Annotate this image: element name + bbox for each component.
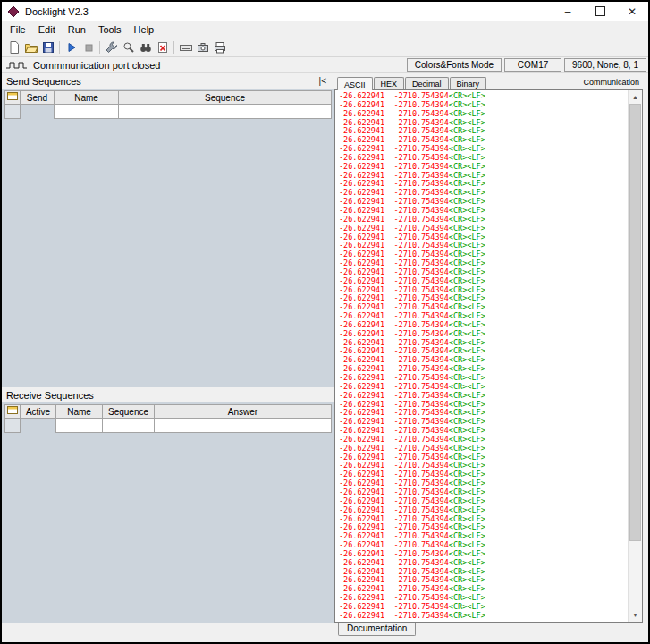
tab-decimal[interactable]: Decimal — [405, 77, 449, 89]
toolbar-separator — [173, 41, 174, 54]
send-table-corner — [5, 91, 21, 105]
send-button-cell — [21, 105, 55, 119]
tab-binary[interactable]: Binary — [450, 77, 487, 89]
maximize-icon — [595, 6, 605, 16]
project-settings-button[interactable] — [103, 39, 120, 55]
printer-icon — [213, 40, 227, 55]
keyboard-icon — [179, 40, 193, 55]
start-communication-button[interactable] — [63, 39, 80, 55]
camera-icon — [196, 40, 210, 55]
receive-sequences-panel: Active Name Sequence Answer — [2, 402, 334, 623]
answer-column-header[interactable]: Answer — [155, 405, 332, 419]
minimize-button[interactable]: – — [552, 2, 584, 21]
colors-fonts-mode-button[interactable]: Colors&Fonts Mode — [407, 58, 502, 72]
communication-snapshot-button[interactable] — [194, 39, 211, 55]
send-column-header[interactable]: Send — [21, 91, 55, 105]
window-title: Docklight V2.3 — [25, 6, 89, 17]
receive-sequence-column-header[interactable]: Sequence — [103, 405, 155, 419]
save-project-button[interactable] — [39, 39, 56, 55]
answer-cell[interactable] — [155, 419, 332, 433]
sequence-column-header[interactable]: Sequence — [119, 91, 332, 105]
send-sequences-title: Send Sequences — [6, 76, 81, 87]
active-checkbox-cell — [21, 419, 56, 433]
menu-run[interactable]: Run — [62, 22, 92, 37]
menu-tools[interactable]: Tools — [92, 22, 128, 37]
active-column-header[interactable]: Active — [21, 405, 56, 419]
receive-sequences-header: Receive Sequences — [2, 387, 334, 402]
scroll-up-icon[interactable]: ▲ — [629, 90, 642, 104]
terminal-line: -26.622941 -2710.754394<CR><LF> — [339, 612, 628, 621]
find-sequence-button[interactable] — [137, 39, 154, 55]
toolbar-separator — [99, 41, 100, 54]
binoculars-icon — [139, 40, 153, 55]
send-sequences-header: Send Sequences |< — [2, 73, 334, 89]
communication-output[interactable]: -26.622941 -2710.754394<CR><LF>-26.62294… — [335, 90, 628, 622]
tab-ascii[interactable]: ASCII — [337, 77, 373, 90]
new-project-button[interactable] — [5, 39, 22, 55]
play-icon — [64, 40, 79, 55]
collapse-panel-button[interactable]: |< — [316, 76, 330, 86]
menu-file[interactable]: File — [4, 22, 32, 37]
clear-communication-button[interactable] — [154, 39, 171, 55]
communication-panel-label: Communication — [583, 78, 639, 87]
receive-sequences-table: Active Name Sequence Answer — [4, 404, 332, 433]
maximize-button[interactable] — [584, 2, 616, 21]
status-message: Commmunication port closed — [33, 60, 160, 71]
com-settings-indicator[interactable]: 9600, None, 8, 1 — [564, 58, 646, 72]
open-folder-icon — [24, 40, 38, 55]
row-handle[interactable] — [5, 105, 21, 119]
close-icon: ✕ — [628, 5, 637, 18]
sequence-list-icon — [7, 92, 18, 101]
close-button[interactable]: ✕ — [616, 2, 648, 21]
row-handle[interactable] — [5, 419, 21, 433]
send-table-header-row: Send Name Sequence — [5, 91, 332, 105]
title-bar: Docklight V2.3 – ✕ — [2, 2, 648, 21]
communication-column: ASCII HEX Decimal Binary Communication -… — [334, 73, 648, 623]
receive-table-header-row: Active Name Sequence Answer — [5, 405, 332, 419]
open-project-button[interactable] — [22, 39, 39, 55]
toolbar — [2, 38, 648, 57]
scrollbar-thumb[interactable] — [629, 104, 641, 541]
receive-name-cell[interactable] — [56, 419, 103, 433]
stop-icon — [81, 40, 96, 55]
receive-sequences-title: Receive Sequences — [6, 390, 94, 401]
main-area: Send Sequences |< Send Name Sequence — [2, 73, 648, 623]
wrench-icon — [105, 40, 119, 55]
tab-hex[interactable]: HEX — [374, 77, 405, 89]
stop-communication-button[interactable] — [80, 39, 97, 55]
find-zoom-button[interactable] — [120, 39, 137, 55]
minimize-icon: – — [565, 5, 571, 18]
magnifier-icon — [122, 40, 136, 55]
menu-help[interactable]: Help — [128, 22, 161, 37]
sequence-list-icon — [7, 406, 18, 415]
name-column-header[interactable]: Name — [55, 91, 119, 105]
sequences-column: Send Sequences |< Send Name Sequence — [2, 73, 334, 623]
send-sequence-row — [5, 105, 332, 119]
tab-documentation[interactable]: Documentation — [338, 623, 416, 636]
scroll-down-icon[interactable]: ▼ — [629, 608, 642, 622]
receive-name-column-header[interactable]: Name — [56, 405, 103, 419]
send-name-cell[interactable] — [55, 105, 119, 119]
save-disk-icon — [41, 40, 55, 55]
status-right-panels: Colors&Fonts Mode COM17 9600, None, 8, 1 — [404, 58, 646, 72]
bottom-strip: Documentation — [2, 623, 648, 642]
new-file-icon — [7, 40, 21, 55]
clear-x-document-icon — [156, 40, 170, 55]
communication-tab-row: ASCII HEX Decimal Binary Communication — [334, 73, 643, 89]
scrollbar-track[interactable] — [629, 541, 642, 608]
comm-channel-icon — [5, 61, 29, 70]
send-sequence-cell[interactable] — [119, 105, 332, 119]
com-port-indicator[interactable]: COM17 — [504, 58, 561, 72]
toolbar-separator — [59, 41, 60, 54]
print-communication-button[interactable] — [211, 39, 228, 55]
receive-sequence-cell[interactable] — [103, 419, 155, 433]
menu-edit[interactable]: Edit — [32, 22, 62, 37]
docklight-window: Docklight V2.3 – ✕ File Edit Run Tools H… — [0, 0, 650, 644]
keyboard-console-button[interactable] — [177, 39, 194, 55]
send-sequences-panel: Send Name Sequence — [2, 89, 334, 387]
send-sequences-table: Send Name Sequence — [4, 90, 332, 119]
status-bar: Commmunication port closed Colors&Fonts … — [2, 57, 648, 73]
menu-bar: File Edit Run Tools Help — [2, 21, 648, 38]
app-icon — [7, 5, 20, 18]
vertical-scrollbar[interactable]: ▲ ▼ — [628, 90, 642, 622]
